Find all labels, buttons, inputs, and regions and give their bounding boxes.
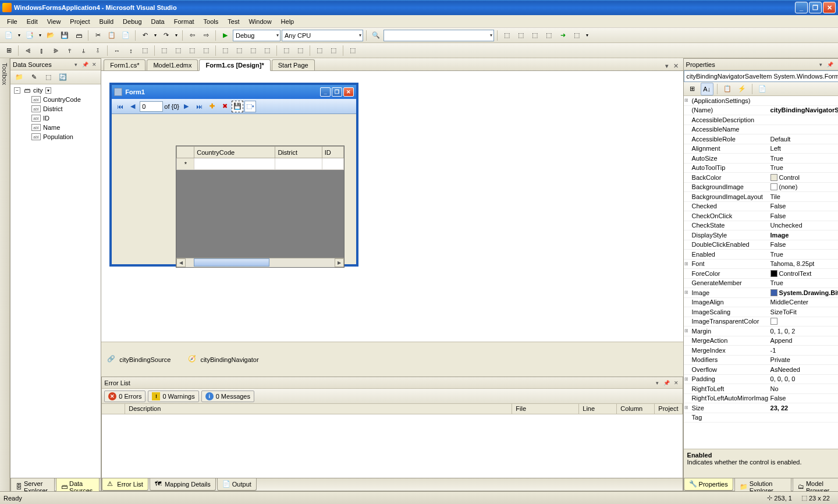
vspace-dec-button[interactable]: ⬚ xyxy=(247,44,260,57)
property-row[interactable]: BackgroundImageLayoutTile xyxy=(684,192,838,202)
property-row[interactable]: AccessibleDescription xyxy=(684,115,838,125)
collapse-icon[interactable]: − xyxy=(14,87,20,94)
toolbox-tab-collapsed[interactable]: Toolbox xyxy=(0,58,10,491)
center-v-button[interactable]: ⬚ xyxy=(294,44,307,57)
menu-edit[interactable]: Edit xyxy=(22,17,42,26)
property-value[interactable]: Private xyxy=(768,356,838,365)
property-row[interactable]: AutoToolTipTrue xyxy=(684,164,838,173)
property-value[interactable]: Default xyxy=(768,134,838,144)
property-value[interactable] xyxy=(768,96,838,105)
property-value[interactable]: Unchecked xyxy=(768,221,838,230)
nav-next-button[interactable]: ▶ xyxy=(180,101,192,112)
designer-surface[interactable]: Form1 _ ❐ ✕ ⏮ ◀ of {0} ▶ ⏭ ✚ ✖ xyxy=(101,71,683,342)
property-row[interactable]: MergeActionAppend xyxy=(684,336,838,346)
menu-data[interactable]: Data xyxy=(147,17,169,26)
property-value[interactable] xyxy=(768,317,838,326)
tab-order-button[interactable]: ⬚ xyxy=(346,44,359,57)
undo-button[interactable]: ↶ xyxy=(139,29,151,42)
form-close-button[interactable]: ✕ xyxy=(343,87,354,97)
property-value[interactable] xyxy=(768,115,838,125)
property-value[interactable]: MiddleCenter xyxy=(768,298,838,307)
messages-filter-button[interactable]: i0 Messages xyxy=(201,391,254,402)
open-button[interactable]: 📂 xyxy=(44,29,57,42)
warnings-filter-button[interactable]: !0 Warnings xyxy=(148,391,198,402)
error-list-body[interactable] xyxy=(102,414,682,478)
property-value[interactable]: cityBindingNavigatorSav xyxy=(768,106,838,115)
align-top-button[interactable]: ⫯ xyxy=(63,44,76,57)
scroll-left-button[interactable]: ◀ xyxy=(176,258,186,267)
panel-pin-icon[interactable]: 📌 xyxy=(81,61,89,69)
property-row[interactable]: AutoSizeTrue xyxy=(684,154,838,164)
categorized-button[interactable]: ⊞ xyxy=(686,83,699,95)
new-project-button[interactable]: 📄 xyxy=(2,29,15,42)
panel-pin-icon[interactable]: 📌 xyxy=(663,379,671,387)
tb-btn-c[interactable]: ⬚ xyxy=(528,29,541,42)
property-value[interactable]: False xyxy=(768,394,838,403)
tb-btn-d[interactable]: ⬚ xyxy=(542,29,555,42)
vspace-rem-button[interactable]: ⬚ xyxy=(261,44,274,57)
add-datasource-button[interactable]: 📁 xyxy=(13,71,26,84)
property-value[interactable]: 0, 0, 0, 0 xyxy=(768,375,838,384)
tab-output[interactable]: 📄Output xyxy=(217,478,257,491)
editor-tab[interactable]: Form1.cs [Design]* xyxy=(199,59,270,71)
send-back-button[interactable]: ⬚ xyxy=(327,44,340,57)
editor-tab[interactable]: Start Page xyxy=(272,59,315,70)
menu-view[interactable]: View xyxy=(42,17,66,26)
property-row[interactable]: DoubleClickEnabledFalse xyxy=(684,240,838,250)
cut-button[interactable]: ✂ xyxy=(91,29,104,42)
field-id[interactable]: ablID xyxy=(12,113,100,123)
comp-binding-navigator[interactable]: 🧭 cityBindingNavigator xyxy=(188,355,258,364)
center-h-button[interactable]: ⬚ xyxy=(280,44,293,57)
save-all-button[interactable]: 🗃 xyxy=(72,29,85,42)
field-district[interactable]: ablDistrict xyxy=(12,104,100,113)
property-row[interactable]: ImageAlignMiddleCenter xyxy=(684,298,838,308)
field-countrycode[interactable]: ablCountryCode xyxy=(12,95,100,104)
property-value[interactable]: False xyxy=(768,202,838,211)
scroll-right-button[interactable]: ▶ xyxy=(335,258,344,267)
tab-solution-explorer[interactable]: 📁Solution Explorer xyxy=(734,478,791,491)
field-population[interactable]: ablPopulation xyxy=(12,132,100,141)
property-value[interactable]: 23, 22 xyxy=(768,403,838,413)
property-row[interactable]: AccessibleRoleDefault xyxy=(684,134,838,144)
start-debug-button[interactable]: ▶ xyxy=(219,29,232,42)
hspace-dec-button[interactable]: ⬚ xyxy=(186,44,198,57)
align-center-button[interactable]: ⫿ xyxy=(35,44,48,57)
form-minimize-button[interactable]: _ xyxy=(320,87,331,97)
property-row[interactable]: CheckStateUnchecked xyxy=(684,221,838,231)
property-row[interactable]: OverflowAsNeeded xyxy=(684,365,838,375)
vspace-equal-button[interactable]: ⬚ xyxy=(219,44,232,57)
refresh-datasource-button[interactable]: 🔄 xyxy=(56,71,69,84)
find-combo[interactable] xyxy=(384,30,494,41)
property-row[interactable]: FontTahoma, 8.25pt xyxy=(684,260,838,269)
tb-btn-b[interactable]: ⬚ xyxy=(514,29,527,42)
same-height-button[interactable]: ↕ xyxy=(125,44,137,57)
tab-list-button[interactable]: ▾ xyxy=(662,61,672,70)
scroll-thumb[interactable] xyxy=(194,258,269,267)
align-left-button[interactable]: ⫷ xyxy=(22,44,34,57)
edit-datasource-button[interactable]: ✎ xyxy=(27,71,40,84)
property-value[interactable]: 0, 1, 0, 2 xyxy=(768,326,838,336)
editor-tab[interactable]: Form1.cs* xyxy=(104,59,145,70)
nav-save-button[interactable]: 💾 xyxy=(232,101,243,112)
tb-btn-f[interactable]: ⬚ xyxy=(570,29,583,42)
property-value[interactable]: False xyxy=(768,240,838,250)
property-value[interactable]: No xyxy=(768,384,838,393)
menu-debug[interactable]: Debug xyxy=(118,17,146,26)
tab-data-sources[interactable]: 🗃Data Sources xyxy=(56,478,100,491)
property-value[interactable]: Tile xyxy=(768,192,838,201)
property-row[interactable]: Padding0, 0, 0, 0 xyxy=(684,375,838,385)
new-dropdown-icon[interactable]: ▾ xyxy=(16,29,22,42)
add-item-button[interactable]: 📑 xyxy=(23,29,36,42)
tab-mapping-details[interactable]: 🗺Mapping Details xyxy=(150,478,216,491)
undo-dropdown-icon[interactable]: ▾ xyxy=(152,29,158,42)
panel-close-icon[interactable]: ✕ xyxy=(836,61,838,69)
panel-close-icon[interactable]: ✕ xyxy=(90,61,98,69)
hspace-inc-button[interactable]: ⬚ xyxy=(172,44,184,57)
align-grid-button[interactable]: ⊞ xyxy=(2,44,15,57)
form-maximize-button[interactable]: ❐ xyxy=(332,87,342,97)
property-row[interactable]: RightToLeftNo xyxy=(684,384,838,394)
grid-column-header[interactable] xyxy=(177,147,194,158)
property-row[interactable]: EnabledTrue xyxy=(684,250,838,260)
property-row[interactable]: Margin0, 1, 0, 2 xyxy=(684,326,838,336)
property-value[interactable]: SizeToFit xyxy=(768,307,838,317)
